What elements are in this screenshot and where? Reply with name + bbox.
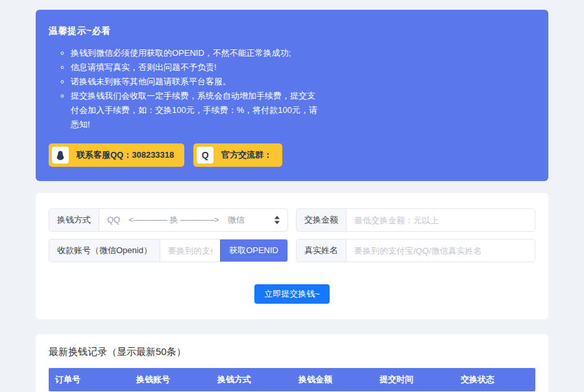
exchange-amount-label: 交换金额 — [297, 209, 347, 231]
exchange-method-label: 换钱方式 — [49, 209, 99, 231]
column-header-amount: 换钱金额 — [292, 374, 373, 386]
notice-tip: 信息请填写真实，否则出问题不予负责! — [71, 60, 317, 75]
receive-account-group: 收款账号（微信Openid） 获取OPENID — [49, 239, 288, 262]
column-header-status: 交换状态 — [454, 374, 535, 386]
column-header-order-id: 订单号 — [49, 374, 130, 386]
notice-tips-list: 换钱到微信必须使用获取的OPENID，不然不能正常换成功; 信息请填写真实，否则… — [49, 46, 535, 132]
notice-tip: 诺换钱未到账等其他问题请联系平台客服。 — [71, 75, 317, 89]
receive-account-input[interactable] — [160, 239, 220, 262]
column-header-method: 换钱方式 — [211, 374, 292, 386]
exchange-method-select[interactable]: QQ <———— 换 ————> 微信 — [99, 209, 287, 231]
page-container: 温馨提示~必看 换钱到微信必须使用获取的OPENID，不然不能正常换成功; 信息… — [36, 10, 548, 392]
exchange-amount-group: 交换金额 — [296, 208, 535, 232]
column-header-time: 提交时间 — [373, 374, 454, 386]
notice-title: 温馨提示~必看 — [49, 25, 535, 37]
records-card: 最新换钱记录（显示最新50条） 订单号 换钱账号 换钱方式 换钱金额 提交时间 … — [36, 334, 548, 392]
contact-qq-label: 联系客服QQ：308233318 — [77, 149, 174, 161]
real-name-group: 真实姓名 — [296, 239, 535, 262]
qq-bell-icon — [52, 147, 69, 164]
records-heading: 最新换钱记录（显示最新50条） — [49, 346, 535, 358]
column-header-account: 换钱账号 — [130, 374, 211, 386]
exchange-form-card: 换钱方式 QQ <———— 换 ————> 微信 交换金额 收款账号（微信Ope… — [36, 193, 548, 319]
notice-buttons-row: 联系客服QQ：308233318 Q 官方交流群： — [49, 143, 535, 167]
exchange-method-value: QQ <———— 换 ————> 微信 — [107, 214, 245, 226]
select-arrows-icon — [274, 216, 280, 225]
q-letter-icon: Q — [197, 147, 213, 164]
exchange-method-group: 换钱方式 QQ <———— 换 ————> 微信 — [49, 208, 288, 232]
get-openid-button[interactable]: 获取OPENID — [220, 239, 287, 262]
receive-account-label: 收款账号（微信Openid） — [49, 239, 160, 262]
submit-row: 立即提交换钱~ — [49, 284, 535, 304]
real-name-input[interactable] — [347, 239, 535, 262]
official-group-button[interactable]: Q 官方交流群： — [193, 143, 282, 167]
contact-qq-button[interactable]: 联系客服QQ：308233318 — [49, 143, 184, 167]
notice-card: 温馨提示~必看 换钱到微信必须使用获取的OPENID，不然不能正常换成功; 信息… — [36, 10, 548, 181]
submit-exchange-button[interactable]: 立即提交换钱~ — [254, 284, 330, 304]
notice-tip: 提交换钱我们会收取一定手续费，系统会自动增加手续费，提交支付会加入手续费，如：交… — [71, 89, 317, 132]
notice-tip: 换钱到微信必须使用获取的OPENID，不然不能正常换成功; — [71, 46, 317, 60]
exchange-amount-input[interactable] — [347, 209, 535, 231]
records-table-header: 订单号 换钱账号 换钱方式 换钱金额 提交时间 交换状态 — [49, 368, 535, 391]
real-name-label: 真实姓名 — [297, 239, 347, 262]
form-grid: 换钱方式 QQ <———— 换 ————> 微信 交换金额 收款账号（微信Ope… — [49, 208, 535, 262]
official-group-label: 官方交流群： — [221, 149, 272, 161]
